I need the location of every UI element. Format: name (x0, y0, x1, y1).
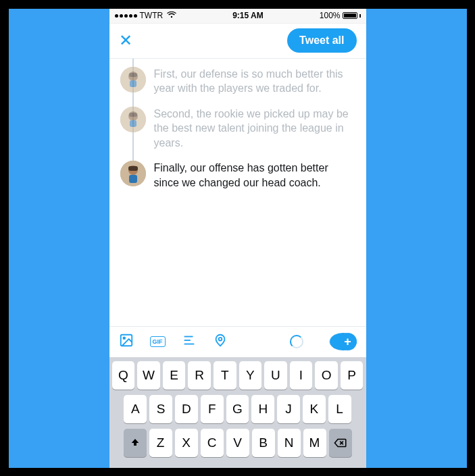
status-left: TWTR (115, 11, 177, 20)
key-q[interactable]: Q (112, 361, 135, 390)
wifi-icon (167, 11, 176, 20)
compose-nav-bar: ✕ Tweet all (109, 24, 366, 59)
svg-point-17 (218, 338, 222, 341)
keyboard-row-3: ZXCVBNM (112, 429, 364, 457)
svg-point-13 (123, 337, 125, 339)
key-u[interactable]: U (264, 361, 287, 390)
avatar (120, 107, 146, 132)
keyboard-row-2: ASDFGHJKL (112, 395, 364, 423)
backspace-key[interactable] (329, 429, 352, 457)
key-l[interactable]: L (328, 395, 351, 423)
thread-entry-text[interactable]: Second, the rookie we picked up may be t… (154, 107, 355, 151)
key-f[interactable]: F (201, 395, 224, 423)
key-v[interactable]: V (226, 429, 249, 457)
compose-toolbar: GIF + (109, 326, 366, 357)
key-z[interactable]: Z (149, 429, 172, 457)
keyboard[interactable]: QWERTYUIOP ASDFGHJKL ZXCVBNM (109, 357, 366, 468)
svg-rect-10 (129, 175, 137, 183)
thread-entry-text[interactable]: Finally, our offense has gotten better s… (154, 161, 355, 190)
close-icon[interactable]: ✕ (119, 32, 132, 49)
status-battery: 100% (320, 11, 361, 20)
key-r[interactable]: R (188, 361, 211, 390)
phone-screen: TWTR 9:15 AM 100% ✕ Tweet all (109, 9, 366, 468)
battery-icon (343, 12, 357, 19)
key-j[interactable]: J (277, 395, 300, 423)
signal-dots-icon (115, 14, 137, 18)
key-e[interactable]: E (163, 361, 186, 390)
status-bar: TWTR 9:15 AM 100% (109, 9, 366, 24)
key-g[interactable]: G (226, 395, 249, 423)
key-i[interactable]: I (290, 361, 313, 390)
key-s[interactable]: S (149, 395, 172, 423)
keyboard-row-1: QWERTYUIOP (112, 361, 364, 390)
add-tweet-button[interactable]: + (329, 333, 357, 350)
key-p[interactable]: P (341, 361, 364, 390)
svg-rect-11 (128, 166, 138, 171)
battery-pct: 100% (320, 11, 341, 20)
thread-entry[interactable]: First, our defense is so much better thi… (120, 61, 355, 101)
key-h[interactable]: H (251, 395, 274, 423)
status-time: 9:15 AM (232, 11, 264, 20)
key-w[interactable]: W (137, 361, 160, 390)
svg-rect-6 (130, 120, 136, 127)
key-y[interactable]: Y (239, 361, 262, 390)
photo-icon[interactable] (119, 333, 134, 350)
gif-icon[interactable]: GIF (150, 336, 166, 347)
key-k[interactable]: K (303, 395, 326, 423)
key-n[interactable]: N (278, 429, 301, 457)
svg-rect-7 (129, 113, 137, 117)
thread-entry-active[interactable]: Finally, our offense has gotten better s… (120, 155, 355, 195)
key-c[interactable]: C (201, 429, 224, 457)
poll-icon[interactable] (182, 333, 197, 350)
carrier-label: TWTR (140, 11, 164, 20)
key-t[interactable]: T (214, 361, 236, 390)
svg-rect-2 (130, 80, 136, 87)
key-b[interactable]: B (252, 429, 275, 457)
thread-area[interactable]: First, our defense is so much better thi… (109, 59, 366, 326)
thread-entry[interactable]: Second, the rookie we picked up may be t… (120, 101, 355, 156)
outer-frame: TWTR 9:15 AM 100% ✕ Tweet all (9, 9, 467, 468)
svg-rect-3 (129, 73, 137, 77)
tweet-all-button[interactable]: Tweet all (287, 28, 356, 53)
key-x[interactable]: X (175, 429, 198, 457)
char-count-ring (290, 335, 303, 348)
key-m[interactable]: M (303, 429, 326, 457)
key-o[interactable]: O (315, 361, 338, 390)
thread-entry-text[interactable]: First, our defense is so much better thi… (154, 67, 355, 96)
key-a[interactable]: A (124, 395, 147, 423)
avatar (120, 67, 146, 92)
key-d[interactable]: D (175, 395, 198, 423)
avatar (120, 161, 146, 186)
location-icon[interactable] (213, 333, 228, 350)
shift-key[interactable] (124, 429, 147, 457)
